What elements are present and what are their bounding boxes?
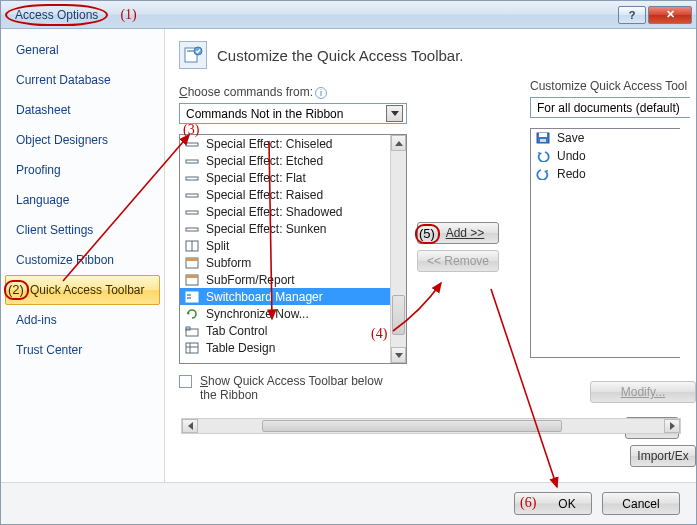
command-item[interactable]: Tab Control (180, 322, 406, 339)
scroll-down-button[interactable] (391, 347, 406, 363)
show-below-ribbon-label: Show Quick Access Toolbar below the Ribb… (200, 374, 400, 402)
annotation-1: (1) (120, 7, 136, 23)
sidebar-item-object-designers[interactable]: Object Designers (5, 125, 160, 155)
effect-icon (184, 171, 200, 185)
command-item[interactable]: Subform (180, 254, 406, 271)
qat-item-save[interactable]: Save (531, 129, 680, 147)
panel-heading-text: Customize the Quick Access Toolbar. (217, 47, 464, 64)
table-icon (184, 341, 200, 355)
command-item[interactable]: Special Effect: Shadowed (180, 203, 406, 220)
qat-list[interactable]: Save Undo Redo (530, 128, 680, 358)
sidebar-item-proofing[interactable]: Proofing (5, 155, 160, 185)
svg-rect-11 (186, 228, 198, 231)
svg-rect-15 (186, 258, 198, 261)
svg-rect-10 (186, 211, 198, 214)
sidebar-item-language[interactable]: Language (5, 185, 160, 215)
sidebar-item-client-settings[interactable]: Client Settings (5, 215, 160, 245)
command-item[interactable]: SubForm/Report (180, 271, 406, 288)
command-item[interactable]: Special Effect: Sunken (180, 220, 406, 237)
effect-icon (184, 188, 200, 202)
save-icon (535, 131, 551, 145)
ok-button[interactable]: OK (514, 492, 592, 515)
customize-scope-label: Customize Quick Access Tool (530, 79, 696, 93)
sidebar-item-add-ins[interactable]: Add-ins (5, 305, 160, 335)
tab-icon (184, 324, 200, 338)
effect-icon (184, 222, 200, 236)
hscroll-left-button[interactable] (182, 419, 198, 433)
svg-rect-8 (186, 177, 198, 180)
command-item[interactable]: Special Effect: Chiseled (180, 135, 406, 152)
close-button[interactable]: ✕ (648, 6, 692, 24)
effect-icon (184, 205, 200, 219)
switchboard-icon (184, 290, 200, 304)
customize-scope-dropdown[interactable]: For all documents (default) (530, 97, 690, 118)
sync-icon (184, 307, 200, 321)
choose-commands-value: Commands Not in the Ribbon (186, 107, 386, 121)
annotation-5: (5) (415, 224, 440, 244)
svg-rect-5 (540, 139, 546, 142)
annotation-2: (2) (4, 280, 29, 300)
command-item[interactable]: Special Effect: Etched (180, 152, 406, 169)
redo-icon (535, 167, 551, 181)
sidebar-item-general[interactable]: General (5, 35, 160, 65)
form-icon (184, 256, 200, 270)
category-sidebar: General Current Database Datasheet Objec… (1, 29, 165, 482)
customize-scope-value: For all documents (default) (537, 101, 687, 115)
dialog-content: General Current Database Datasheet Objec… (1, 29, 696, 482)
split-icon (184, 239, 200, 253)
effect-icon (184, 154, 200, 168)
customize-qat-column: Customize Quick Access Tool For all docu… (530, 79, 696, 358)
scroll-thumb[interactable] (392, 295, 405, 335)
titlebar: Access Options (1) ? ✕ (1, 1, 696, 29)
vertical-scrollbar[interactable] (390, 135, 406, 363)
command-item[interactable]: Special Effect: Flat (180, 169, 406, 186)
command-item[interactable]: Switchboard Manager (180, 288, 406, 305)
show-below-ribbon-checkbox[interactable] (179, 375, 192, 388)
remove-button: << Remove (417, 250, 499, 272)
qat-heading-icon (179, 41, 207, 69)
choose-commands-label: Choose commands from:i (179, 85, 327, 99)
qat-item-redo[interactable]: Redo (531, 165, 680, 183)
modify-button: Modify... (590, 381, 696, 403)
hscroll-thumb[interactable] (262, 420, 562, 432)
sidebar-item-datasheet[interactable]: Datasheet (5, 95, 160, 125)
horizontal-scrollbar[interactable] (181, 418, 681, 434)
svg-rect-7 (186, 160, 198, 163)
info-icon[interactable]: i (315, 87, 327, 99)
panel-heading: Customize the Quick Access Toolbar. (179, 41, 696, 69)
sidebar-item-trust-center[interactable]: Trust Center (5, 335, 160, 365)
svg-rect-9 (186, 194, 198, 197)
svg-rect-19 (187, 294, 191, 296)
svg-rect-20 (187, 297, 191, 299)
dialog-footer: (6) OK Cancel (1, 482, 696, 524)
main-panel: Customize the Quick Access Toolbar. Choo… (165, 29, 696, 482)
effect-icon (184, 137, 200, 151)
command-item[interactable]: Split (180, 237, 406, 254)
window-title: Access Options (15, 8, 98, 22)
sidebar-item-current-database[interactable]: Current Database (5, 65, 160, 95)
svg-rect-6 (186, 143, 198, 146)
svg-rect-23 (186, 343, 198, 353)
form-icon (184, 273, 200, 287)
import-export-button[interactable]: Import/Ex (630, 445, 696, 467)
undo-icon (535, 149, 551, 163)
svg-rect-17 (186, 275, 198, 278)
command-item[interactable]: Table Design (180, 339, 406, 356)
command-item[interactable]: Synchronize Now... (180, 305, 406, 322)
cancel-button[interactable]: Cancel (602, 492, 680, 515)
access-options-window: Access Options (1) ? ✕ General Current D… (0, 0, 697, 525)
sidebar-item-quick-access-toolbar[interactable]: (2) Quick Access Toolbar (5, 275, 160, 305)
annotation-oval-1: Access Options (5, 4, 108, 26)
command-item[interactable]: Special Effect: Raised (180, 186, 406, 203)
commands-listbox[interactable]: Special Effect: ChiseledSpecial Effect: … (179, 134, 407, 364)
sidebar-item-customize-ribbon[interactable]: Customize Ribbon (5, 245, 160, 275)
choose-commands-dropdown[interactable]: Commands Not in the Ribbon (179, 103, 407, 124)
svg-rect-4 (539, 133, 547, 137)
qat-item-undo[interactable]: Undo (531, 147, 680, 165)
scroll-up-button[interactable] (391, 135, 406, 151)
hscroll-right-button[interactable] (664, 419, 680, 433)
dropdown-button-icon[interactable] (386, 105, 403, 122)
help-button[interactable]: ? (618, 6, 646, 24)
